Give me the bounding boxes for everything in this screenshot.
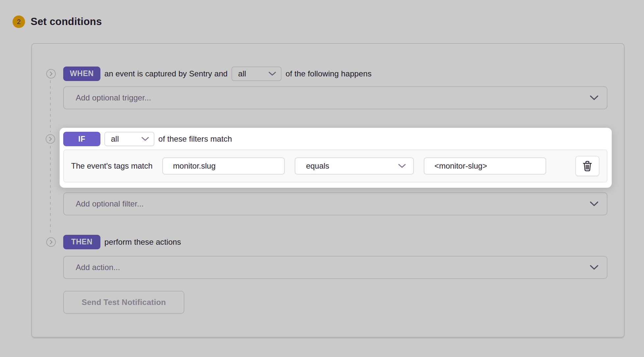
- when-text-before: an event is captured by Sentry and: [104, 69, 228, 78]
- chevron-down-icon: [398, 164, 406, 168]
- filter-value-input[interactable]: [424, 157, 546, 175]
- if-badge: IF: [63, 132, 100, 146]
- if-spotlight-section: IF all of these filters match The event'…: [60, 128, 612, 188]
- delete-filter-button[interactable]: [575, 156, 600, 176]
- chevron-down-icon: [590, 201, 599, 206]
- add-filter-placeholder: Add optional filter...: [76, 199, 144, 208]
- filter-operator-value: equals: [306, 161, 329, 171]
- chevron-down-icon: [590, 95, 599, 100]
- chevron-right-circle-icon: [46, 237, 56, 247]
- chevron-right-circle-icon: [46, 69, 56, 79]
- when-text-after: of the following happens: [285, 69, 371, 78]
- add-action-select[interactable]: Add action...: [63, 256, 607, 279]
- send-test-notification-button[interactable]: Send Test Notification: [63, 291, 184, 314]
- filter-condition-label: The event's tags match: [71, 161, 152, 171]
- add-filter-select[interactable]: Add optional filter...: [63, 192, 607, 215]
- if-match-type-value: all: [111, 134, 119, 144]
- then-badge: THEN: [63, 235, 100, 249]
- when-section-row: WHEN an event is captured by Sentry and …: [46, 66, 607, 81]
- add-action-placeholder: Add action...: [76, 263, 120, 272]
- chevron-down-icon: [268, 71, 276, 76]
- if-match-type-select[interactable]: all: [104, 132, 154, 146]
- add-trigger-placeholder: Add optional trigger...: [76, 93, 151, 102]
- chevron-right-circle-icon: [45, 134, 55, 144]
- filter-operator-select[interactable]: equals: [295, 157, 414, 175]
- dashed-connector-line: [50, 146, 51, 234]
- if-text-after: of these filters match: [158, 134, 232, 144]
- when-badge: WHEN: [63, 67, 100, 81]
- filter-tag-key-input[interactable]: [162, 157, 285, 175]
- then-section-row: THEN perform these actions: [46, 234, 607, 249]
- trash-icon: [582, 160, 593, 172]
- chevron-down-icon: [141, 137, 149, 141]
- dashed-connector-line: [50, 80, 51, 132]
- if-section-row: IF all of these filters match: [63, 132, 607, 146]
- filter-condition-row: The event's tags match equals: [63, 150, 607, 182]
- step-number-badge: 2: [13, 15, 25, 28]
- page-title: Set conditions: [31, 16, 102, 28]
- when-match-type-select[interactable]: all: [231, 67, 282, 81]
- add-trigger-select[interactable]: Add optional trigger...: [63, 86, 607, 109]
- when-match-type-value: all: [238, 69, 246, 78]
- send-test-notification-label: Send Test Notification: [82, 298, 166, 307]
- then-text-after: perform these actions: [104, 237, 181, 247]
- step-header: 2 Set conditions: [0, 0, 644, 28]
- conditions-panel: WHEN an event is captured by Sentry and …: [31, 43, 625, 338]
- chevron-down-icon: [590, 265, 599, 270]
